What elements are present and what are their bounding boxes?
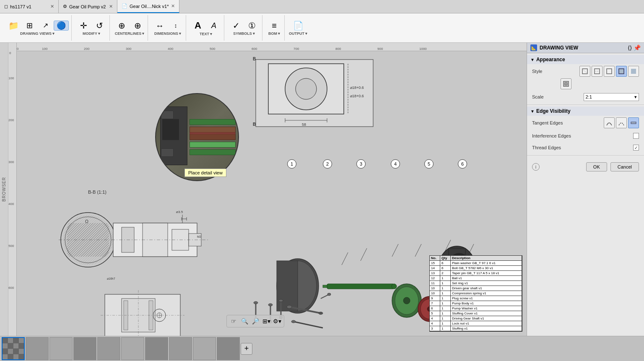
tab-icon-1: ◻ (4, 4, 8, 9)
toolbar-projected-view-btn[interactable]: ↗ (38, 21, 53, 30)
toolbar-text-buttons: A A (190, 20, 221, 31)
toolbar-active-view-btn[interactable]: 🔵 (54, 21, 69, 31)
tab-label-3: Gear Oil....Nick v1* (130, 4, 169, 9)
zoom-out-btn[interactable]: 🔍 (239, 316, 249, 326)
svg-point-74 (268, 304, 273, 306)
centerlines-arrow[interactable]: ▾ (142, 31, 144, 36)
toolbar-text2-btn[interactable]: A (206, 21, 221, 30)
thumbnail-2[interactable] (26, 337, 49, 360)
toolbar-centerline2-btn[interactable]: ⊕ (130, 21, 145, 31)
drawing-views-arrow[interactable]: ▾ (52, 31, 55, 36)
bom-arrow[interactable]: ▾ (278, 31, 280, 36)
text-arrow[interactable]: ▾ (210, 32, 212, 36)
thumbnail-3[interactable] (49, 337, 73, 360)
section-label: B-B (1:1) (88, 190, 106, 195)
style-extra-btn[interactable] (561, 78, 571, 89)
toolbar-symbol2-btn[interactable]: ① (244, 21, 260, 31)
appearance-header[interactable]: ▼ Appearance (527, 55, 644, 64)
toolbar-centerlines-buttons: ⊕ ⊕ (114, 21, 145, 31)
svg-text:⌀18+0.6: ⌀18+0.6 (350, 94, 364, 98)
toolbar-open-btn[interactable]: 📁 (6, 21, 21, 31)
toolbar-rotate-btn[interactable]: ↺ (92, 21, 107, 31)
bom-row-3: 3 1 Stuffing v1 (430, 326, 522, 331)
style-wireframe-btn[interactable] (579, 66, 590, 77)
bom-row-7: 7 1 Pump Body v1 (430, 301, 522, 306)
scale-dropdown[interactable]: 2:1 ▾ (584, 93, 639, 101)
thumbnail-4[interactable] (73, 337, 96, 360)
thumbnail-1[interactable] (2, 337, 25, 360)
thumbnail-10[interactable] (217, 337, 240, 360)
edge-visibility-arrow: ▼ (530, 109, 535, 114)
thumbnail-5[interactable] (97, 337, 120, 360)
browser-label: BROWSER (2, 177, 6, 202)
move-icon: ✛ (80, 21, 87, 30)
style-hidden-btn[interactable] (592, 66, 602, 77)
tab-gear-oil-nick[interactable]: 📄 Gear Oil....Nick v1* ✕ (117, 0, 179, 13)
panel-icon: 📐 (530, 44, 537, 51)
view-options-btn[interactable]: ⊞▾ (261, 316, 271, 326)
toolbar-dim2-btn[interactable]: ↕ (168, 22, 183, 29)
dimensions-arrow[interactable]: ▾ (179, 31, 181, 36)
bom-row-4a: 4 1 Driving Gear Shaft v1 (430, 316, 522, 321)
tab-close-1[interactable]: ✕ (50, 4, 54, 9)
toolbar: 📁 ⊞ ↗ 🔵 DRAWING VIEWS ▾ ✛ ↺ (0, 13, 644, 43)
interference-edges-label: Interference Edges (532, 133, 633, 138)
edge-visibility-label: Edge Visibility (536, 108, 571, 114)
toolbar-checkmark-btn[interactable]: ✓ (229, 21, 244, 31)
panel-info-row: i OK Cancel (527, 159, 644, 175)
display-options-btn[interactable]: ⚙▾ (272, 316, 282, 326)
style-shaded-btn[interactable] (628, 66, 639, 77)
toolbar-pdf-btn[interactable]: 📄 (291, 21, 306, 31)
open-icon: 📁 (8, 21, 19, 30)
svg-text:58: 58 (302, 122, 306, 127)
ok-button[interactable]: OK (586, 162, 607, 171)
thumbnail-9[interactable] (193, 337, 216, 360)
svg-line-56 (415, 244, 421, 257)
tab-icon-3: 📄 (122, 3, 127, 9)
panel-expand-btn[interactable]: ⟨⟩ (628, 44, 632, 51)
thread-checkbox[interactable]: ✓ (633, 145, 639, 151)
toolbar-base-view-btn[interactable]: ⊞ (22, 21, 37, 30)
output-label: OUTPUT ▾ (289, 31, 307, 36)
interference-checkbox[interactable] (633, 133, 639, 139)
panel-pin-btn[interactable]: 📌 (634, 44, 641, 51)
thread-edges-label: Thread Edges (532, 145, 633, 150)
pan-tool-btn[interactable]: ☞ (229, 316, 239, 326)
mini-toolbar: ☞ 🔍 🔎 ⊞▾ ⚙▾ (226, 315, 284, 327)
dimensions-label: DIMENSIONS ▾ (154, 31, 181, 36)
thumbnail-6[interactable] (121, 337, 144, 360)
scale-label: Scale (532, 94, 584, 99)
toolbar-dim1-btn[interactable]: ↔ (152, 21, 167, 31)
cancel-button[interactable]: Cancel (610, 162, 639, 171)
style-hidden-removed-btn[interactable] (604, 66, 615, 77)
bom-row-12: 12 1 Ball v1 (430, 276, 522, 281)
style-shaded-edges-btn[interactable] (616, 66, 627, 77)
centerline2-icon: ⊕ (134, 21, 141, 30)
appearance-arrow: ▼ (530, 57, 535, 62)
tab-close-3[interactable]: ✕ (171, 3, 175, 9)
modify-arrow[interactable]: ▾ (98, 31, 100, 36)
panel-title: DRAWING VIEW (540, 45, 628, 51)
info-icon[interactable]: i (532, 163, 540, 171)
edge-visibility-header[interactable]: ▼ Edge Visibility (527, 106, 644, 116)
zoom-in-btn[interactable]: 🔎 (250, 316, 260, 326)
bom-row-5: 5 1 Stuffing Cover v1 (430, 311, 522, 316)
tab-close-2[interactable]: ✕ (109, 4, 113, 9)
tab-label-1: hs1177 v1 (10, 4, 31, 9)
symbols-arrow[interactable]: ▾ (253, 31, 255, 36)
tab-hs1177[interactable]: ◻ hs1177 v1 ✕ (0, 0, 59, 13)
add-thumbnail-btn[interactable]: + (241, 343, 252, 355)
toolbar-text1-btn[interactable]: A (190, 20, 205, 31)
tangent-btn-3[interactable] (628, 117, 639, 128)
svg-rect-94 (631, 122, 636, 124)
tangent-btn-1[interactable] (604, 117, 615, 128)
tangent-btn-2[interactable] (616, 117, 627, 128)
tab-gear-oil-pump[interactable]: ⚙ Gear Oil Pump v2 ✕ (59, 0, 117, 13)
thumbnail-7[interactable] (145, 337, 168, 360)
toolbar-bom-btn[interactable]: ≡ (267, 21, 282, 31)
toolbar-move-btn[interactable]: ✛ (76, 21, 91, 31)
toolbar-centerline1-btn[interactable]: ⊕ (114, 21, 129, 31)
output-arrow[interactable]: ▾ (305, 31, 307, 36)
thumbnail-8[interactable] (169, 337, 192, 360)
canvas[interactable]: 0 100 200 300 400 500 600 700 800 900 10… (8, 43, 527, 336)
